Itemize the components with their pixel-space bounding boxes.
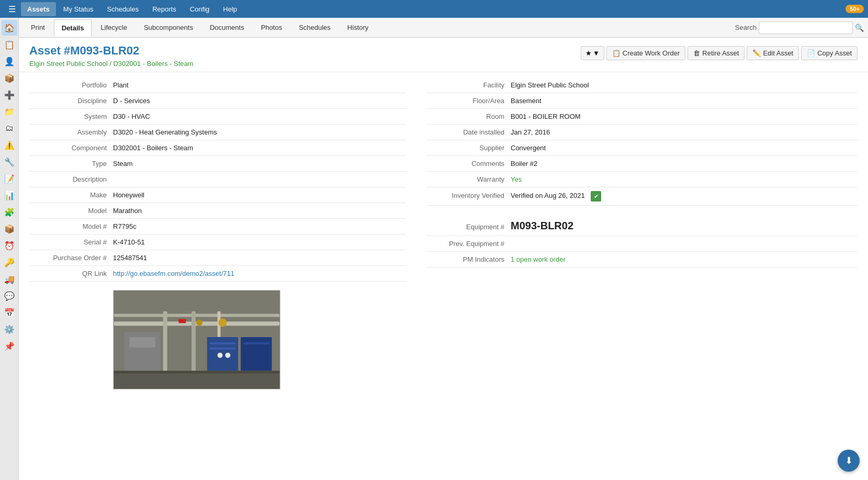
field-label-portfolio: Portfolio (29, 81, 113, 89)
tab-print[interactable]: Print (23, 19, 53, 36)
verify-icon[interactable]: ✔ (591, 191, 601, 202)
field-value-purchase-order: 125487541 (113, 254, 406, 262)
search-area: Search 🔍 (735, 21, 864, 34)
right-label-equipment-number: Equipment # (427, 223, 511, 231)
right-label-prev-equipment: Prev. Equipment # (427, 240, 511, 248)
sidebar-calendar-icon[interactable]: 📅 (2, 305, 17, 320)
retire-asset-button[interactable]: 🗑 Retire Asset (687, 46, 745, 60)
tab-subcomponents[interactable]: Subcomponents (136, 19, 201, 36)
sidebar-puzzle-icon[interactable]: 🧩 (2, 204, 17, 220)
star-button[interactable]: ★ ▼ (581, 46, 604, 60)
tab-details[interactable]: Details (54, 19, 92, 37)
sidebar-add-icon[interactable]: ➕ (2, 87, 17, 103)
nav-help[interactable]: Help (217, 2, 243, 16)
details-body: Portfolio Plant Discipline D - Services … (19, 72, 868, 480)
search-input[interactable] (759, 21, 853, 34)
right-value-date-installed: Jan 27, 2016 (511, 128, 858, 136)
retire-icon: 🗑 (693, 49, 700, 57)
hamburger-menu[interactable]: ☰ (4, 2, 20, 16)
sidebar-key-icon[interactable]: 🔑 (2, 254, 17, 270)
right-value-floor-area: Basement (511, 97, 858, 105)
tab-schedules[interactable]: Schedules (291, 19, 339, 36)
field-description: Description (29, 172, 406, 187)
tab-documents[interactable]: Documents (202, 19, 252, 36)
sidebar-package-icon[interactable]: 📦 (2, 221, 17, 237)
sidebar-user-icon[interactable]: 👤 (2, 53, 17, 69)
copy-asset-label: Copy Asset (817, 49, 852, 57)
sidebar-settings-icon[interactable]: ⚙️ (2, 321, 17, 337)
field-label-system: System (29, 113, 113, 120)
field-value-model-number: R7795c (113, 222, 406, 230)
tab-lifecycle[interactable]: Lifecycle (93, 19, 135, 36)
copy-asset-button[interactable]: 📄 Copy Asset (801, 46, 858, 60)
edit-asset-label: Edit Asset (763, 49, 793, 57)
nav-reports[interactable]: Reports (146, 2, 183, 16)
sidebar-list-icon[interactable]: 📋 (2, 37, 17, 52)
field-label-purchase-order: Purchase Order # (29, 254, 113, 262)
field-value-model: Marathon (113, 207, 406, 215)
sidebar-notes-icon[interactable]: 📝 (2, 171, 17, 186)
fab-download-button[interactable]: ⬇ (838, 450, 860, 472)
right-label-floor-area: Floor/Area (427, 97, 511, 105)
svg-rect-7 (114, 314, 280, 317)
search-label: Search (735, 24, 757, 31)
right-label-facility: Facility (427, 81, 511, 89)
right-field-room: Room B001 - BOILER ROOM (427, 109, 858, 125)
nav-schedules[interactable]: Schedules (100, 2, 145, 16)
svg-rect-9 (191, 311, 196, 371)
right-label-date-installed: Date installed (427, 128, 511, 136)
right-field-supplier: Supplier Convergent (427, 140, 858, 156)
edit-asset-button[interactable]: ✏️ Edit Asset (747, 46, 799, 60)
field-label-discipline: Discipline (29, 97, 113, 105)
sidebar-home-icon[interactable]: 🏠 (2, 20, 17, 36)
field-system: System D30 - HVAC (29, 109, 406, 125)
svg-rect-2 (207, 337, 238, 371)
right-value-supplier: Convergent (511, 144, 858, 152)
svg-point-11 (219, 318, 227, 327)
create-work-order-button[interactable]: 📋 Create Work Order (606, 46, 686, 60)
field-value-qr-link[interactable]: http://go.ebasefm.com/demo2/asset/711 (113, 270, 406, 277)
field-model: Model Marathon (29, 203, 406, 219)
sidebar-wrench-icon[interactable]: 🔧 (2, 154, 17, 170)
right-value-warranty[interactable]: Yes (511, 175, 858, 183)
right-field-floor-area: Floor/Area Basement (427, 93, 858, 109)
sidebar-truck-icon[interactable]: 🚚 (2, 271, 17, 287)
field-value-serial-number: K-4710-51 (113, 238, 406, 246)
field-label-assembly: Assembly (29, 128, 113, 136)
asset-title: Asset #M093-BLR02 (29, 44, 194, 58)
right-value-pm-indicators[interactable]: 1 open work order (511, 255, 858, 263)
svg-point-17 (218, 353, 223, 358)
nav-my-status[interactable]: My Status (57, 2, 100, 16)
sidebar-chat-icon[interactable]: 💬 (2, 288, 17, 304)
top-navigation: ☰ Assets My Status Schedules Reports Con… (0, 0, 868, 18)
nav-config[interactable]: Config (184, 2, 216, 16)
edit-icon: ✏️ (752, 49, 761, 57)
sidebar-pin-icon[interactable]: 📌 (2, 338, 17, 354)
search-button[interactable]: 🔍 (855, 24, 864, 32)
tab-history[interactable]: History (340, 19, 376, 36)
sidebar-box-icon[interactable]: 📦 (2, 70, 17, 86)
user-badge[interactable]: 50+ (846, 5, 864, 13)
nav-assets[interactable]: Assets (21, 2, 56, 16)
svg-point-12 (196, 319, 202, 326)
right-field-facility: Facility Elgin Street Public School (427, 77, 858, 93)
main-layout: 🏠 📋 👤 📦 ➕ 📁 🗂 ⚠️ 🔧 📝 📊 🧩 📦 ⏰ 🔑 🚚 💬 📅 ⚙️ … (0, 18, 868, 480)
field-label-type: Type (29, 160, 113, 168)
sidebar-warning-icon[interactable]: ⚠️ (2, 137, 17, 153)
sidebar-folder-icon[interactable]: 📁 (2, 104, 17, 119)
right-label-pm-indicators: PM Indicators (427, 255, 511, 263)
action-buttons: ★ ▼ 📋 Create Work Order 🗑 Retire Asset ✏… (581, 46, 858, 60)
field-value-portfolio: Plant (113, 81, 406, 89)
tab-photos[interactable]: Photos (253, 19, 290, 36)
field-qr-link: QR Link http://go.ebasefm.com/demo2/asse… (29, 266, 406, 282)
svg-rect-19 (114, 371, 280, 373)
right-label-supplier: Supplier (427, 144, 511, 152)
chevron-down-icon: ▼ (593, 49, 600, 57)
field-label-serial-number: Serial # (29, 238, 113, 246)
sidebar-chart-icon[interactable]: 📊 (2, 187, 17, 203)
svg-rect-16 (243, 342, 269, 344)
svg-point-18 (225, 353, 230, 358)
sidebar-files-icon[interactable]: 🗂 (2, 120, 17, 136)
sidebar-clock-icon[interactable]: ⏰ (2, 238, 17, 253)
field-assembly: Assembly D3020 - Heat Generating Systems (29, 125, 406, 140)
